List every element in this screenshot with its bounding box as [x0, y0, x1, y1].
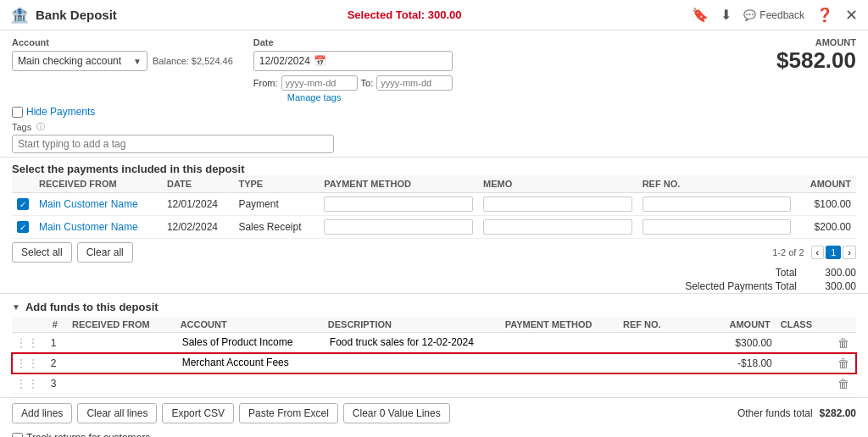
amount-value: $582.00: [776, 47, 856, 74]
row-num-cell: 3: [47, 373, 67, 394]
ref-input[interactable]: [643, 219, 792, 235]
track-returns-checkbox[interactable]: [12, 433, 23, 438]
feedback-button[interactable]: 💬 Feedback: [743, 9, 804, 21]
th-amount: AMOUNT: [697, 317, 776, 333]
paste-from-excel-button[interactable]: Paste From Excel: [239, 403, 338, 423]
total-label: Total: [776, 267, 797, 279]
total-value: 300.00: [814, 267, 856, 279]
drag-handle-cell: ⋮⋮: [12, 353, 47, 373]
class-input[interactable]: [779, 335, 832, 351]
row-payment-method-cell: [319, 216, 478, 239]
th-description: DESCRIPTION: [323, 317, 500, 333]
from-date-input[interactable]: [281, 75, 358, 91]
top-section: Account Main checking account ▼ Balance:…: [0, 30, 868, 158]
hide-payments-label[interactable]: Hide Payments: [26, 106, 95, 118]
table-row: ✓ Main Customer Name 12/02/2024 Sales Re…: [12, 216, 856, 239]
delete-row-button[interactable]: 🗑: [837, 336, 849, 350]
payments-table-container: RECEIVED FROM DATE TYPE PAYMENT METHOD M…: [0, 175, 868, 293]
action-bar: Add lines Clear all lines Export CSV Pas…: [0, 397, 868, 429]
th-amount: AMOUNT: [796, 175, 856, 193]
row-num-cell: 2: [47, 353, 67, 373]
memo-input[interactable]: [483, 219, 632, 235]
row-memo-cell: [478, 216, 637, 239]
th-account: ACCOUNT: [175, 317, 323, 333]
tags-input[interactable]: [12, 135, 334, 153]
row-type-cell: Sales Receipt: [233, 216, 319, 239]
customer-link[interactable]: Main Customer Name: [39, 221, 138, 233]
th-ref-no: REF NO.: [618, 317, 697, 333]
class-input[interactable]: [779, 375, 832, 391]
prev-page-btn[interactable]: ‹: [811, 246, 825, 259]
amount-label: AMOUNT: [776, 37, 856, 47]
row-account-cell: [175, 373, 323, 394]
help-circle-icon: ⓘ: [36, 121, 45, 133]
drag-handle[interactable]: ⋮⋮: [15, 357, 39, 370]
account-input[interactable]: [179, 375, 320, 391]
amount-display: AMOUNT $582.00: [776, 37, 856, 74]
chevron-down-icon: ▼: [133, 57, 142, 66]
clear-0-value-button[interactable]: Clear 0 Value Lines: [343, 403, 450, 423]
from-input[interactable]: [70, 335, 172, 351]
from-input[interactable]: [70, 375, 172, 391]
delete-row-button[interactable]: 🗑: [837, 357, 849, 370]
add-lines-button[interactable]: Add lines: [12, 403, 72, 423]
clear-all-button[interactable]: Clear all: [77, 242, 133, 263]
row-date-cell: 12/01/2024: [162, 193, 234, 216]
export-csv-button[interactable]: Export CSV: [162, 403, 234, 423]
from-input[interactable]: [70, 355, 172, 371]
row-desc-cell: [323, 333, 500, 353]
description-input[interactable]: [326, 375, 497, 391]
next-page-btn[interactable]: ›: [843, 246, 856, 259]
row-checkbox[interactable]: ✓: [17, 198, 29, 210]
payment-method-input[interactable]: [504, 355, 615, 371]
row-num-cell: 1: [47, 333, 67, 353]
selected-total-value: 300.00: [814, 280, 856, 292]
download-icon[interactable]: ⬇: [721, 7, 732, 23]
to-date-input[interactable]: [376, 75, 453, 91]
class-input[interactable]: [779, 355, 832, 371]
drag-handle[interactable]: ⋮⋮: [15, 377, 39, 390]
description-input[interactable]: [326, 335, 497, 351]
row-from-cell: Main Customer Name: [34, 193, 162, 216]
ref-input[interactable]: [621, 375, 693, 391]
delete-row-button[interactable]: 🗑: [837, 377, 849, 390]
account-input[interactable]: [179, 355, 320, 371]
payment-method-input[interactable]: [504, 375, 615, 391]
add-funds-section: ▼ Add funds to this deposit # RECEIVED F…: [0, 293, 868, 397]
chevron-down-icon: ▼: [12, 302, 20, 312]
ref-input[interactable]: [643, 196, 792, 212]
row-ref-cell: [618, 353, 697, 373]
date-range-row: From: To:: [253, 75, 453, 91]
description-input[interactable]: [326, 355, 497, 371]
account-select[interactable]: Main checking account ▼: [12, 51, 147, 71]
row-account-cell: [175, 353, 323, 373]
payment-method-input[interactable]: [324, 196, 473, 212]
row-pm-cell: [500, 333, 618, 353]
account-input[interactable]: [179, 335, 320, 351]
funds-header-row: # RECEIVED FROM ACCOUNT DESCRIPTION PAYM…: [12, 317, 856, 333]
ref-input[interactable]: [621, 355, 693, 371]
row-checkbox-cell: ✓: [12, 216, 34, 239]
row-checkbox[interactable]: ✓: [17, 221, 29, 233]
ref-input[interactable]: [621, 335, 693, 351]
th-num: #: [47, 317, 67, 333]
clear-all-lines-button[interactable]: Clear all lines: [77, 403, 157, 423]
page-1-btn[interactable]: 1: [826, 246, 841, 259]
th-memo: MEMO: [478, 175, 637, 193]
payment-method-input[interactable]: [324, 219, 473, 235]
select-all-button[interactable]: Select all: [12, 242, 72, 263]
close-button[interactable]: ✕: [845, 6, 858, 25]
hide-payments-checkbox[interactable]: [12, 107, 23, 118]
bookmark-icon[interactable]: 🔖: [692, 7, 709, 23]
payment-method-input[interactable]: [504, 335, 615, 351]
date-input[interactable]: 12/02/2024 📅: [253, 51, 453, 71]
manage-tags-link[interactable]: Manage tags: [287, 92, 453, 102]
account-label: Account: [12, 37, 233, 47]
drag-handle[interactable]: ⋮⋮: [15, 336, 39, 350]
help-icon[interactable]: ❓: [816, 7, 833, 23]
customer-link[interactable]: Main Customer Name: [39, 198, 138, 210]
funds-table: # RECEIVED FROM ACCOUNT DESCRIPTION PAYM…: [12, 317, 856, 394]
row-amount-cell: $200.00: [796, 216, 856, 239]
memo-input[interactable]: [483, 196, 632, 212]
row-class-cell: [776, 333, 835, 353]
